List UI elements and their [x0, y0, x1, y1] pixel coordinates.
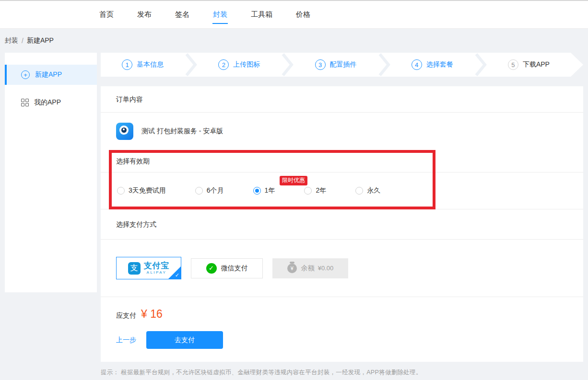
payment-section-title: 选择支付方式 — [101, 209, 583, 240]
tab-package[interactable]: 封装 — [213, 10, 227, 19]
wechat-pay-icon: ✓ — [206, 263, 217, 274]
check-icon: ✓ — [175, 272, 179, 278]
radio-label: 1年 — [265, 186, 275, 195]
radio-icon — [304, 187, 312, 195]
wechat-label: 微信支付 — [221, 264, 248, 273]
radio-checked-icon — [253, 187, 261, 195]
validity-option-3day-trial[interactable]: 3天免费试用 — [117, 186, 166, 195]
plus-circle-icon: + — [21, 70, 30, 79]
amount-due-label: 应支付 — [116, 311, 136, 320]
chevron-separator-icon — [474, 53, 487, 77]
alipay-label: 支付宝 — [144, 262, 170, 270]
payment-methods-row: 支 支付宝 ALIPAY ✓ ✓ 微信支付 ¥ 余额 ¥0.00 — [101, 240, 583, 297]
validity-option-2-years[interactable]: 2年 — [304, 186, 326, 195]
radio-label: 2年 — [316, 186, 326, 195]
validity-option-6-months[interactable]: 6个月 — [195, 186, 224, 195]
action-row: 上一步 去支付 — [101, 331, 583, 349]
payment-method-wechat[interactable]: ✓ 微信支付 — [191, 258, 263, 278]
step-arrow-tip-icon — [571, 53, 583, 77]
amount-due-value: ¥ 16 — [141, 308, 163, 321]
step-select-plan[interactable]: 4 选择套餐 — [390, 59, 474, 70]
step-label: 选择套餐 — [426, 60, 453, 69]
order-app-row: 测试 打包封装服务 - 安卓版 — [101, 113, 583, 150]
payment-method-alipay[interactable]: 支 支付宝 ALIPAY ✓ — [116, 257, 181, 279]
step-number-badge: 3 — [315, 59, 326, 70]
sidebar-item-label: 我的APP — [34, 98, 61, 107]
step-label: 下载APP — [523, 60, 550, 69]
app-name: 测试 打包封装服务 - 安卓版 — [141, 127, 223, 136]
tab-publish[interactable]: 发布 — [137, 10, 152, 19]
breadcrumb-separator: / — [22, 37, 24, 45]
sidebar-item-my-app[interactable]: 我的APP — [5, 92, 97, 113]
platform-rule-tip: 提示： 根据最新平台规则，不允许区块链虚拟币、金融理财类等违规内容在平台封装，一… — [101, 368, 583, 377]
limited-time-offer-badge: 限时优惠 — [280, 176, 307, 185]
chevron-separator-icon — [281, 53, 294, 77]
breadcrumb-parent[interactable]: 封装 — [5, 36, 18, 45]
tab-signature[interactable]: 签名 — [175, 10, 189, 19]
validity-option-forever[interactable]: 永久 — [355, 186, 380, 195]
go-to-pay-button[interactable]: 去支付 — [146, 331, 223, 349]
tab-home[interactable]: 首页 — [99, 10, 114, 19]
step-label: 上传图标 — [233, 60, 260, 69]
balance-label: 余额 — [301, 264, 315, 273]
balance-amount: ¥0.00 — [318, 265, 334, 272]
step-number-badge: 4 — [412, 59, 422, 70]
alipay-sub-label: ALIPAY — [147, 271, 167, 275]
alipay-logo-icon: 支 — [128, 262, 141, 275]
step-basic-info[interactable]: 1 基本信息 — [101, 59, 185, 70]
step-label: 基本信息 — [137, 60, 164, 69]
step-download-app[interactable]: 5 下载APP — [487, 59, 571, 70]
breadcrumb: 封装 / 新建APP — [0, 29, 588, 53]
validity-section-title: 选择有效期 — [101, 150, 583, 173]
validity-options-row: 限时优惠 3天免费试用 6个月 1年 2年 — [101, 173, 583, 209]
order-panel: 订单内容 测试 打包封装服务 - 安卓版 选择有效期 限时优惠 3天免费试用 6… — [101, 86, 583, 362]
payment-method-balance[interactable]: ¥ 余额 ¥0.00 — [272, 258, 348, 278]
chevron-separator-icon — [185, 53, 197, 77]
radio-label: 3天免费试用 — [129, 186, 166, 195]
step-wizard: 1 基本信息 2 上传图标 3 配置插件 4 选择套餐 — [101, 53, 583, 77]
sidebar-item-new-app[interactable]: + 新建APP — [5, 65, 97, 85]
radio-label: 永久 — [367, 186, 380, 195]
sidebar: + 新建APP 我的APP — [5, 53, 97, 292]
previous-step-link[interactable]: 上一步 — [116, 336, 136, 345]
validity-option-1-year[interactable]: 1年 — [253, 186, 275, 195]
money-bag-icon: ¥ — [287, 264, 297, 273]
step-number-badge: 5 — [508, 59, 518, 70]
tab-pricing[interactable]: 价格 — [296, 10, 310, 19]
tab-toolbox[interactable]: 工具箱 — [251, 10, 272, 19]
chevron-separator-icon — [378, 53, 390, 77]
radio-icon — [355, 187, 363, 195]
order-content-title: 订单内容 — [101, 86, 583, 113]
grid-icon — [21, 99, 29, 106]
step-number-badge: 1 — [122, 59, 132, 70]
amount-due-row: 应支付 ¥ 16 — [101, 297, 583, 321]
sidebar-item-label: 新建APP — [35, 70, 62, 79]
radio-icon — [117, 187, 125, 195]
top-navigation: 首页 发布 签名 封装 工具箱 价格 — [0, 0, 588, 29]
radio-label: 6个月 — [207, 186, 224, 195]
app-icon — [116, 123, 133, 140]
breadcrumb-current: 新建APP — [27, 36, 54, 45]
step-number-badge: 2 — [218, 59, 229, 70]
step-configure-plugins[interactable]: 3 配置插件 — [294, 59, 377, 70]
radio-icon — [195, 187, 203, 195]
step-upload-icon[interactable]: 2 上传图标 — [197, 59, 281, 70]
step-label: 配置插件 — [330, 60, 357, 69]
